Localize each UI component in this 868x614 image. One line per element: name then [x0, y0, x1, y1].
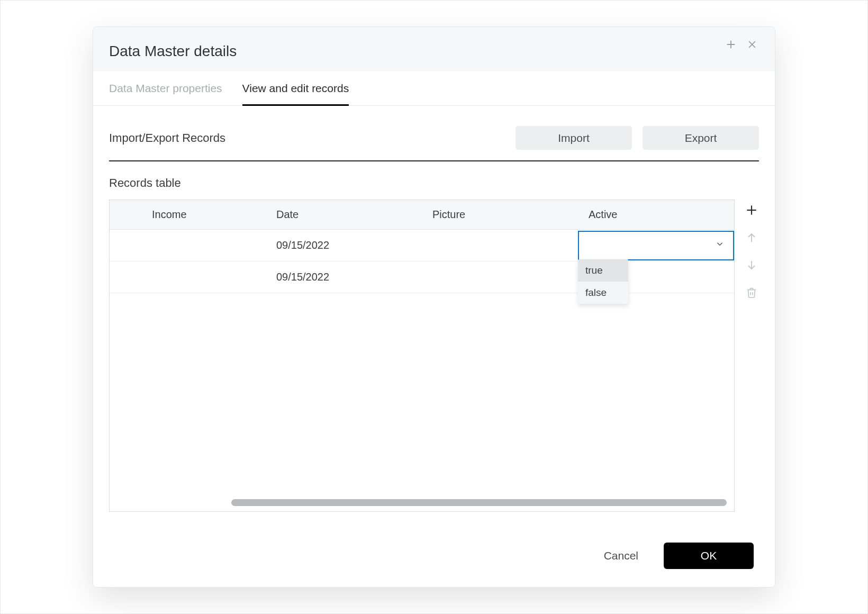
col-picture[interactable]: Picture — [422, 200, 578, 230]
close-icon[interactable] — [745, 38, 759, 51]
delete-icon[interactable] — [744, 285, 759, 300]
chevron-down-icon — [715, 239, 725, 251]
add-icon[interactable] — [724, 38, 738, 51]
records-table-label: Records table — [109, 176, 759, 190]
cell-active[interactable]: true false — [578, 230, 734, 261]
col-date[interactable]: Date — [266, 200, 422, 230]
import-export-section: Import/Export Records Import Export — [109, 126, 759, 161]
add-row-icon[interactable] — [744, 203, 759, 218]
col-active[interactable]: Active — [578, 200, 734, 230]
tab-view-edit-records[interactable]: View and edit records — [242, 71, 349, 106]
import-export-label: Import/Export Records — [109, 131, 225, 145]
move-up-icon[interactable] — [744, 230, 759, 245]
cell-date[interactable]: 09/15/2022 — [266, 261, 422, 293]
cell-picture[interactable] — [422, 230, 578, 261]
active-dropdown: true false — [578, 259, 628, 304]
data-master-details-dialog: Data Master details Data Master properti… — [93, 26, 775, 588]
records-table-container: Income Date Picture Active 09/15/2022 — [109, 200, 735, 512]
ok-button[interactable]: OK — [664, 543, 754, 569]
dialog-content: Import/Export Records Import Export Reco… — [93, 106, 775, 527]
tabs: Data Master properties View and edit rec… — [93, 71, 775, 106]
cell-picture[interactable] — [422, 261, 578, 293]
table-side-actions — [744, 200, 759, 300]
table-row[interactable]: 09/15/2022 true false — [110, 230, 734, 261]
table-header-row: Income Date Picture Active — [110, 200, 734, 230]
table-wrap: Income Date Picture Active 09/15/2022 — [109, 200, 759, 512]
cell-income[interactable] — [110, 230, 266, 261]
dialog-title: Data Master details — [109, 43, 237, 60]
cancel-button[interactable]: Cancel — [594, 543, 648, 568]
dialog-header: Data Master details — [93, 27, 775, 71]
dropdown-option-true[interactable]: true — [578, 259, 628, 282]
dialog-footer: Cancel OK — [93, 527, 775, 587]
table-row[interactable]: 09/15/2022 — [110, 261, 734, 293]
active-select[interactable] — [578, 231, 734, 260]
export-button[interactable]: Export — [643, 126, 759, 150]
move-down-icon[interactable] — [744, 258, 759, 273]
cell-income[interactable] — [110, 261, 266, 293]
horizontal-scrollbar[interactable] — [231, 499, 727, 506]
tab-properties[interactable]: Data Master properties — [109, 71, 222, 106]
dialog-header-actions — [724, 38, 759, 51]
dropdown-option-false[interactable]: false — [578, 282, 628, 304]
cell-date[interactable]: 09/15/2022 — [266, 230, 422, 261]
records-table: Income Date Picture Active 09/15/2022 — [110, 200, 734, 293]
import-button[interactable]: Import — [516, 126, 632, 150]
col-income[interactable]: Income — [110, 200, 266, 230]
import-export-buttons: Import Export — [516, 126, 759, 150]
